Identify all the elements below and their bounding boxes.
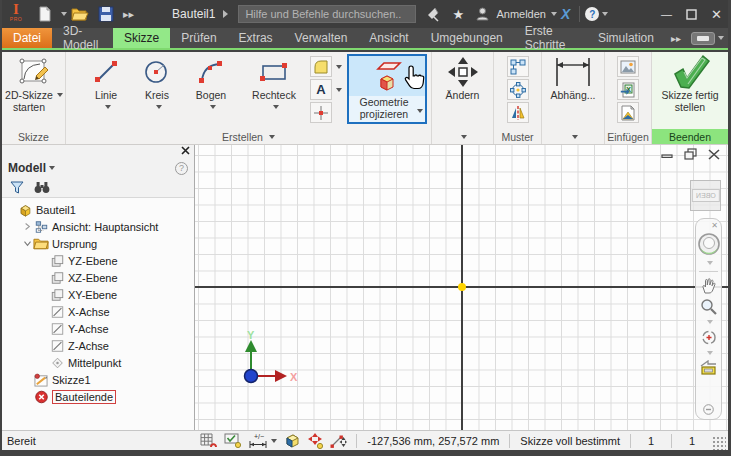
tree-item-bauteil1[interactable]: Bauteil1: [2, 201, 194, 218]
constrain-panel-button[interactable]: Abhäng...: [544, 54, 602, 129]
orbit-button[interactable]: [700, 329, 718, 346]
iso-view-icon[interactable]: [283, 433, 301, 449]
arc-dropdown[interactable]: [210, 105, 216, 112]
panel-label-erstellen[interactable]: Erstellen: [66, 129, 431, 144]
resize-grip[interactable]: [712, 436, 726, 450]
tree-item-bauteilende[interactable]: Bauteilende: [2, 388, 194, 405]
navbar-collapse-button[interactable]: [703, 404, 714, 415]
start-2d-sketch-dropdown[interactable]: [57, 93, 63, 100]
maximize-button[interactable]: [686, 9, 697, 20]
aendern-dropdown[interactable]: [461, 135, 467, 142]
tab-ansicht[interactable]: Ansicht: [358, 28, 419, 48]
start-2d-sketch-button[interactable]: 2D-Skizze starten: [4, 54, 64, 129]
help-dropdown[interactable]: [602, 12, 608, 19]
doc-minimize-button[interactable]: [661, 149, 673, 159]
insert-acad-button[interactable]: [617, 102, 639, 123]
dimension-tolerance-dropdown[interactable]: [271, 439, 277, 446]
panel-label-skizze[interactable]: Skizze: [2, 129, 65, 144]
point-button[interactable]: [310, 102, 332, 123]
tree-expand-icon[interactable]: [22, 239, 33, 248]
rectangle-dropdown[interactable]: [273, 105, 279, 112]
browser-help-icon[interactable]: ?: [175, 162, 188, 175]
circle-dropdown[interactable]: [156, 105, 162, 112]
signin-label[interactable]: Anmelden: [496, 8, 546, 20]
ribbon-display-toggle[interactable]: [691, 31, 724, 45]
minimize-button[interactable]: —: [661, 8, 672, 20]
tree-item-skizze1[interactable]: Skizze1: [2, 371, 194, 388]
circular-pattern-button[interactable]: [507, 79, 529, 100]
tree-expand-icon[interactable]: [22, 222, 33, 231]
modify-panel-button[interactable]: Ändern: [434, 54, 492, 129]
rectangle-button[interactable]: Rechteck: [242, 54, 306, 129]
pan-button[interactable]: [700, 277, 717, 294]
tree-item-xz-ebene[interactable]: XZ-Ebene: [2, 269, 194, 286]
ribbon-display-dropdown[interactable]: [718, 36, 724, 43]
line-dropdown[interactable]: [105, 105, 111, 112]
help-search-input[interactable]: Hilfe und Befehle durchsuchen..: [238, 5, 416, 23]
tree-item-ansicht-hauptansicht[interactable]: Ansicht: Hauptansicht: [2, 218, 194, 235]
abhaengig-dropdown[interactable]: [572, 135, 578, 142]
mirror-button[interactable]: [507, 102, 529, 123]
import-points-button[interactable]: X: [617, 79, 639, 100]
communication-center-button[interactable]: [424, 4, 444, 24]
qat-overflow-chevrons[interactable]: ▸▸: [123, 8, 134, 21]
circle-button[interactable]: Kreis: [134, 54, 180, 129]
line-button[interactable]: Linie: [82, 54, 130, 129]
new-document-button[interactable]: [34, 3, 56, 25]
tab-3d-modell[interactable]: 3D-Modell: [52, 28, 113, 48]
tab-verwalten[interactable]: Verwalten: [284, 28, 359, 48]
graphics-canvas[interactable]: Y X OBEN ✕: [195, 145, 728, 430]
browser-title[interactable]: Modell: [8, 161, 46, 175]
tree-item-z-achse[interactable]: Z-Achse: [2, 337, 194, 354]
orbit-dropdown[interactable]: [707, 351, 713, 358]
panel-label-muster[interactable]: Muster: [494, 129, 541, 144]
open-button[interactable]: [69, 3, 91, 25]
insert-image-button[interactable]: [617, 56, 639, 77]
project-geometry-dropdown[interactable]: [417, 109, 423, 116]
tab-pr-fen[interactable]: Prüfen: [170, 28, 227, 48]
snap-grid-icon[interactable]: [200, 433, 218, 448]
close-button[interactable]: ✕: [711, 7, 722, 22]
finish-sketch-button[interactable]: Skizze fertig stellen: [654, 54, 726, 129]
arc-button[interactable]: Bogen: [184, 54, 238, 129]
tab-extras[interactable]: Extras: [228, 28, 284, 48]
navbar-close-icon[interactable]: ✕: [711, 221, 718, 230]
tab-umgebungen[interactable]: Umgebungen: [420, 28, 514, 48]
tree-item-yz-ebene[interactable]: YZ-Ebene: [2, 252, 194, 269]
filter-icon[interactable]: [10, 181, 24, 194]
panel-label-einfuegen[interactable]: Einfügen: [605, 129, 651, 144]
tab-datei[interactable]: Datei: [2, 28, 52, 48]
text-dropdown[interactable]: [336, 88, 342, 95]
navigation-wheel-button[interactable]: [697, 232, 721, 256]
search-binoculars-icon[interactable]: [34, 181, 50, 194]
signin-dropdown[interactable]: [551, 12, 557, 19]
viewcube[interactable]: OBEN: [690, 180, 721, 211]
exchange-apps-icon[interactable]: X: [561, 6, 570, 22]
zoom-dropdown[interactable]: [707, 320, 713, 327]
doc-close-button[interactable]: [708, 149, 720, 160]
node-move-icon[interactable]: [330, 433, 348, 449]
navigation-wheel-dropdown[interactable]: [707, 261, 713, 268]
tab-overflow-chevrons[interactable]: ▸▸: [665, 28, 687, 48]
save-button[interactable]: [95, 3, 117, 25]
browser-close-icon[interactable]: [181, 146, 190, 155]
new-document-dropdown[interactable]: [61, 12, 67, 19]
browser-title-dropdown[interactable]: [49, 166, 55, 173]
dimension-tolerance-icon[interactable]: +/−: [248, 433, 268, 449]
tab-erste-schritte[interactable]: Erste Schritte: [514, 28, 587, 48]
rectangular-pattern-button[interactable]: [507, 56, 529, 77]
select-filter-icon[interactable]: [224, 433, 242, 448]
tree-item-x-achse[interactable]: X-Achse: [2, 303, 194, 320]
help-button[interactable]: ?: [585, 7, 599, 21]
tab-simulation[interactable]: Simulation: [587, 28, 665, 48]
tree-item-mittelpunkt[interactable]: Mittelpunkt: [2, 354, 194, 371]
fillet-button[interactable]: [310, 56, 332, 77]
panel-label-beenden[interactable]: Beenden: [652, 129, 728, 144]
user-button[interactable]: [472, 4, 492, 24]
favorites-button[interactable]: ★: [448, 4, 468, 24]
tree-item-xy-ebene[interactable]: XY-Ebene: [2, 286, 194, 303]
doc-restore-button[interactable]: [684, 148, 697, 160]
move-feature-icon[interactable]: [307, 433, 324, 449]
viewcube-top-face[interactable]: OBEN: [692, 189, 720, 202]
look-at-button[interactable]: [699, 360, 718, 375]
